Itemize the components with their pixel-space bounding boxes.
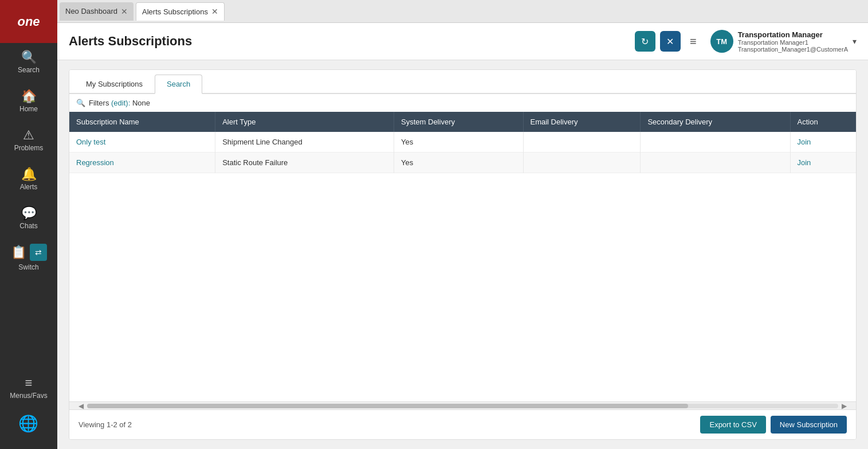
panel-footer: Viewing 1-2 of 2 Export to CSV New Subsc…	[69, 409, 856, 439]
scrollbar-thumb[interactable]	[87, 404, 688, 408]
sidebar-item-label-alerts: Alerts	[20, 183, 38, 191]
filters-edit-link[interactable]: (edit):	[111, 99, 130, 107]
filters-bar: 🔍 Filters (edit): None	[69, 94, 856, 112]
content-area: My Subscriptions Search 🔍 Filters (edit)…	[57, 60, 868, 449]
page-title: Alerts Subscriptions	[69, 34, 635, 49]
tab-close-alerts-subscriptions[interactable]: ✕	[211, 7, 218, 15]
logo-text: one	[17, 14, 40, 29]
chat-icon: 💬	[21, 207, 37, 220]
search-icon: 🔍	[21, 51, 37, 64]
sidebar-item-label-home: Home	[19, 105, 38, 113]
new-subscription-button[interactable]: New Subscription	[771, 416, 847, 434]
user-name: Transportation Manager	[738, 30, 848, 39]
scroll-left-arrow[interactable]: ◀	[78, 402, 84, 410]
sidebar-item-label-chats: Chats	[19, 222, 37, 230]
col-alert-type: Alert Type	[215, 112, 394, 132]
horizontal-scrollbar[interactable]: ◀ ▶	[69, 401, 856, 409]
filter-icon: 🔍	[76, 99, 85, 107]
table-header-row: Subscription Name Alert Type System Deli…	[69, 112, 856, 132]
user-email: Transportation_Manager1@CustomerA	[738, 46, 848, 53]
tab-my-subscriptions-label: My Subscriptions	[86, 80, 143, 88]
table-cell	[641, 153, 790, 173]
sidebar-item-label-problems: Problems	[14, 144, 44, 152]
tab-search-label: Search	[167, 80, 190, 88]
subscriptions-table-wrapper: Subscription Name Alert Type System Deli…	[69, 112, 856, 401]
subscriptions-table: Subscription Name Alert Type System Deli…	[69, 112, 856, 173]
table-cell: Static Route Failure	[215, 153, 394, 173]
table-cell: Yes	[394, 132, 523, 153]
table-cell: Shipment Line Changed	[215, 132, 394, 153]
sidebar-item-label-switch: Switch	[18, 263, 38, 271]
table-row: RegressionStatic Route FailureYesJoin	[69, 153, 856, 173]
export-csv-button[interactable]: Export to CSV	[700, 416, 765, 434]
col-email-delivery: Email Delivery	[523, 112, 641, 132]
refresh-button[interactable]: ↻	[635, 31, 655, 52]
filters-label: Filters	[89, 99, 109, 107]
header-actions: ↻ ✕ ≡ TM Transportation Manager Transpor…	[635, 30, 857, 53]
sidebar-item-search[interactable]: 🔍 Search	[0, 43, 57, 82]
tab-search[interactable]: Search	[155, 75, 202, 94]
tab-bar: Neo Dashboard ✕ Alerts Subscriptions ✕	[57, 0, 868, 23]
join-link[interactable]: Join	[798, 158, 811, 167]
hamburger-menu-button[interactable]: ≡	[685, 33, 701, 50]
home-icon: 🏠	[21, 90, 37, 103]
sidebar-item-menus[interactable]: ≡ Menus/Favs	[10, 369, 47, 408]
table-cell: Yes	[394, 153, 523, 173]
warning-icon: ⚠	[23, 129, 34, 142]
sidebar-item-home[interactable]: 🏠 Home	[0, 82, 57, 121]
menus-icon: ≡	[25, 377, 33, 389]
switch-icon-box: ⇄	[30, 244, 47, 261]
switch-arrows-icon: ⇄	[35, 248, 42, 257]
tab-label-alerts-subscriptions: Alerts Subscriptions	[142, 7, 208, 16]
sidebar: one 🔍 Search 🏠 Home ⚠ Problems 🔔 Alerts …	[0, 0, 57, 449]
tab-my-subscriptions[interactable]: My Subscriptions	[74, 75, 155, 94]
sidebar-item-problems[interactable]: ⚠ Problems	[0, 121, 57, 160]
table-cell	[523, 132, 641, 153]
table-cell	[523, 153, 641, 173]
user-menu[interactable]: TM Transportation Manager Transportation…	[710, 30, 857, 53]
filters-value: None	[132, 99, 150, 107]
user-role: Transportation Manager1	[738, 39, 848, 46]
tab-neo-dashboard[interactable]: Neo Dashboard ✕	[60, 2, 133, 21]
sidebar-item-chats[interactable]: 💬 Chats	[0, 199, 57, 238]
viewing-count: Viewing 1-2 of 2	[78, 420, 132, 429]
tab-label-neo-dashboard: Neo Dashboard	[65, 7, 117, 15]
footer-actions: Export to CSV New Subscription	[700, 416, 847, 434]
close-button[interactable]: ✕	[660, 31, 681, 52]
sidebar-item-alerts[interactable]: 🔔 Alerts	[0, 160, 57, 199]
table-cell	[641, 132, 790, 153]
scroll-right-arrow[interactable]: ▶	[842, 402, 847, 410]
join-link[interactable]: Join	[798, 138, 811, 146]
app-logo[interactable]: one	[0, 0, 57, 43]
page-header: Alerts Subscriptions ↻ ✕ ≡ TM Transporta…	[57, 23, 868, 60]
main-panel: My Subscriptions Search 🔍 Filters (edit)…	[69, 69, 857, 440]
subscription-name-link[interactable]: Only test	[76, 138, 105, 146]
col-action: Action	[790, 112, 856, 132]
bell-icon: 🔔	[21, 168, 37, 181]
profile-icon: 🌐	[18, 416, 38, 432]
user-info: Transportation Manager Transportation Ma…	[738, 30, 848, 53]
switch-main-icon: 📋	[11, 245, 26, 260]
sidebar-bottom: ≡ Menus/Favs 🌐	[10, 369, 47, 449]
main-area: Neo Dashboard ✕ Alerts Subscriptions ✕ A…	[57, 0, 868, 449]
tab-alerts-subscriptions[interactable]: Alerts Subscriptions ✕	[136, 2, 225, 21]
scrollbar-track[interactable]	[87, 404, 838, 408]
sidebar-item-switch[interactable]: 📋 ⇄	[0, 238, 57, 267]
col-subscription-name: Subscription Name	[69, 112, 215, 132]
chevron-down-icon: ▾	[853, 37, 857, 46]
subscription-name-link[interactable]: Regression	[76, 158, 114, 167]
sidebar-item-label-menus: Menus/Favs	[10, 392, 47, 400]
col-system-delivery: System Delivery	[394, 112, 523, 132]
sidebar-item-profile[interactable]: 🌐	[10, 408, 47, 440]
sidebar-item-label-search: Search	[18, 66, 40, 74]
avatar: TM	[710, 30, 733, 53]
table-row: Only testShipment Line ChangedYesJoin	[69, 132, 856, 153]
panel-tabs: My Subscriptions Search	[69, 70, 856, 94]
col-secondary-delivery: Secondary Delivery	[641, 112, 790, 132]
tab-close-neo-dashboard[interactable]: ✕	[121, 7, 128, 15]
